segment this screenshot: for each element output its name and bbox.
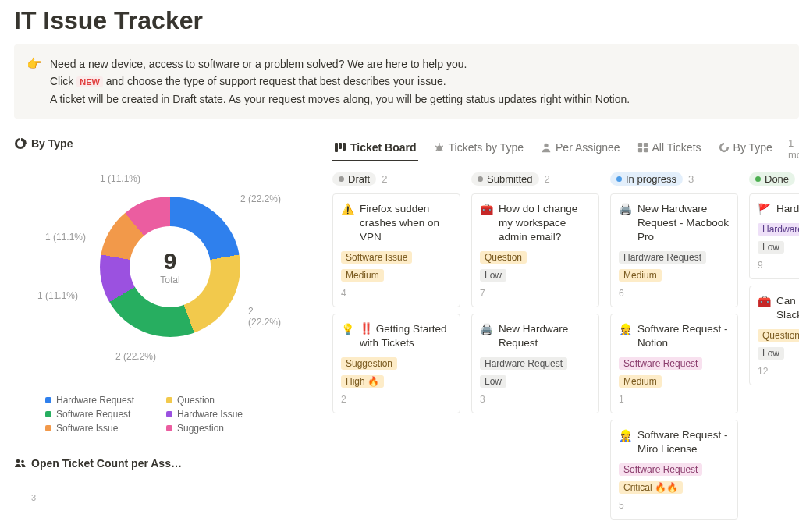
tab-label: Ticket Board xyxy=(350,141,417,154)
card-tag: Critical 🔥🔥 xyxy=(619,481,683,494)
ticket-card[interactable]: 🧰Can I ad contrac Slack wQuestionLow12 xyxy=(749,286,799,385)
card-title: Software Request - Miro License xyxy=(637,428,730,456)
tab-by-type[interactable]: By Type xyxy=(717,138,774,160)
card-emoji-icon: 🧰 xyxy=(758,294,771,322)
per-assignee-label: Open Ticket Count per Ass… xyxy=(31,457,182,470)
legend-label: Hardware Request xyxy=(56,395,134,406)
card-title-row: 🧰Can I ad contrac Slack w xyxy=(758,294,799,322)
card-number: 1 xyxy=(619,394,730,405)
legend-item[interactable]: Suggestion xyxy=(166,423,279,434)
legend-item[interactable]: Hardware Request xyxy=(45,395,158,406)
card-title-row: 🖨️New Hardware Request - Macbook Pro xyxy=(619,202,730,244)
legend-item[interactable]: Software Request xyxy=(45,409,158,420)
slice-label: 1 (11.1%) xyxy=(45,232,86,243)
ticket-card[interactable]: 👷Software Request - Miro LicenseSoftware… xyxy=(610,420,738,520)
person-icon xyxy=(541,142,552,153)
legend-item[interactable]: Question xyxy=(166,395,279,406)
column-header[interactable]: Done2 xyxy=(749,172,799,186)
tab-ticket-board[interactable]: Ticket Board xyxy=(332,138,418,161)
new-tag[interactable]: NEW xyxy=(76,76,103,87)
card-tag: Low xyxy=(480,269,506,282)
status-dot-icon xyxy=(478,176,483,182)
bug-icon xyxy=(434,142,445,153)
callout-body: Need a new device, access to software or… xyxy=(50,55,630,108)
legend-item[interactable]: Software Issue xyxy=(45,423,158,434)
ticket-card[interactable]: 🖨️New Hardware RequestHardware RequestLo… xyxy=(471,314,599,413)
slice-label: 2 (22.2%) xyxy=(240,193,281,204)
board-column: Submitted2🧰How do I change my workspace … xyxy=(471,172,599,526)
board-icon xyxy=(334,141,346,154)
card-title: Can I ad contrac Slack w xyxy=(776,294,799,322)
card-number: 5 xyxy=(619,500,730,511)
card-tag: Software Issue xyxy=(341,251,412,264)
swatch-icon xyxy=(166,425,172,431)
legend-label: Software Issue xyxy=(56,423,118,434)
card-tag: Low xyxy=(480,375,506,388)
by-type-label: By Type xyxy=(31,137,73,150)
donut-chart-icon xyxy=(14,137,27,150)
column-header[interactable]: In progress3 xyxy=(610,172,738,186)
per-assignee-heading[interactable]: Open Ticket Count per Ass… xyxy=(14,457,311,470)
ticket-card[interactable]: 🖨️New Hardware Request - Macbook ProHard… xyxy=(610,193,738,307)
swatch-icon xyxy=(45,411,51,417)
status-pill: Draft xyxy=(332,172,376,186)
tabs-more[interactable]: 1 more… xyxy=(788,137,799,161)
people-icon xyxy=(14,457,27,470)
card-tag: Hardware Iss xyxy=(758,223,799,236)
ticket-card[interactable]: 💡‼️ Getting Started with TicketsSuggesti… xyxy=(332,314,460,413)
tab-all-tickets[interactable]: All Tickets xyxy=(636,138,703,160)
ticket-card[interactable]: 🧰How do I change my workspace admin emai… xyxy=(471,193,599,307)
donut-total: 9 xyxy=(164,248,177,275)
slice-label: 2 (22.2%) xyxy=(115,351,156,362)
card-tag: Low xyxy=(758,241,784,254)
svg-rect-3 xyxy=(339,143,342,149)
card-tag: Question xyxy=(758,329,799,342)
status-name: Done xyxy=(765,173,789,185)
card-emoji-icon: 💡 xyxy=(341,322,354,350)
card-tag: Software Request xyxy=(619,357,702,370)
tab-tickets-by-type[interactable]: Tickets by Type xyxy=(432,138,525,160)
status-pill: In progress xyxy=(610,172,683,186)
card-number: 2 xyxy=(341,394,452,405)
by-type-heading[interactable]: By Type xyxy=(14,137,311,150)
card-tag: Question xyxy=(480,251,527,264)
pointing-hand-icon: 👉 xyxy=(27,55,42,108)
card-title: Firefox sudden crashes when on VPN xyxy=(360,202,452,244)
status-name: Draft xyxy=(348,173,370,185)
card-tag: Medium xyxy=(341,269,384,282)
card-title: Software Request - Notion xyxy=(637,322,730,350)
ticket-card[interactable]: 🚩HardwaHardware IssLow9 xyxy=(749,193,799,279)
swatch-icon xyxy=(45,397,51,403)
legend-label: Software Request xyxy=(56,409,130,420)
swatch-icon xyxy=(45,425,51,431)
tab-label: Per Assignee xyxy=(556,141,620,154)
tab-per-assignee[interactable]: Per Assignee xyxy=(539,138,622,160)
svg-rect-10 xyxy=(643,148,647,152)
kanban-board: Draft2⚠️Firefox sudden crashes when on V… xyxy=(332,172,799,526)
card-number: 9 xyxy=(758,260,799,271)
callout-line2: Click NEW and choose the type of support… xyxy=(50,73,630,90)
column-count: 2 xyxy=(382,173,387,185)
callout-line1: Need a new device, access to software or… xyxy=(50,55,630,73)
swatch-icon xyxy=(166,411,172,417)
card-title: ‼️ Getting Started with Tickets xyxy=(360,322,452,350)
card-title-row: 💡‼️ Getting Started with Tickets xyxy=(341,322,452,350)
column-header[interactable]: Submitted2 xyxy=(471,172,599,186)
status-name: Submitted xyxy=(487,173,533,185)
card-title: New Hardware Request xyxy=(499,322,591,350)
card-title-row: 🧰How do I change my workspace admin emai… xyxy=(480,202,591,244)
column-header[interactable]: Draft2 xyxy=(332,172,460,186)
ticket-card[interactable]: ⚠️Firefox sudden crashes when on VPNSoft… xyxy=(332,193,460,307)
donut-chart-icon xyxy=(719,142,730,153)
card-emoji-icon: 🖨️ xyxy=(619,202,632,244)
card-title-row: ⚠️Firefox sudden crashes when on VPN xyxy=(341,202,452,244)
donut-legend: Hardware Request Question Software Reque… xyxy=(14,395,311,434)
status-pill: Submitted xyxy=(471,172,539,186)
card-tag: Software Request xyxy=(619,463,702,476)
card-title-row: 👷Software Request - Miro License xyxy=(619,428,730,456)
board-column: In progress3🖨️New Hardware Request - Mac… xyxy=(610,172,738,526)
ticket-card[interactable]: 👷Software Request - NotionSoftware Reque… xyxy=(610,314,738,413)
card-number: 12 xyxy=(758,366,799,377)
legend-item[interactable]: Hardware Issue xyxy=(166,409,279,420)
card-title-row: 🖨️New Hardware Request xyxy=(480,322,591,350)
